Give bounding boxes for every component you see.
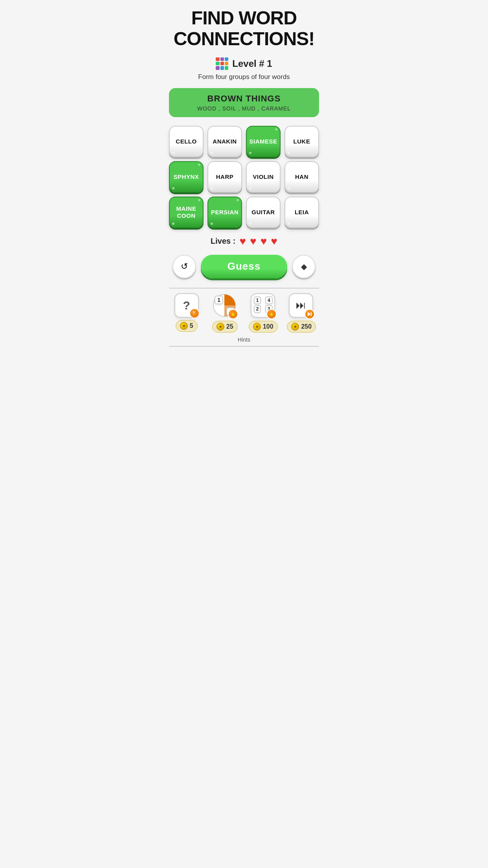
heart-2: ♥: [250, 235, 257, 248]
coin-icon-3: ★: [253, 323, 261, 331]
word-grid: CELLOANAKINSIAMESELUKESPHYNXHARPVIOLINHA…: [169, 126, 319, 228]
controls-row: ↺ Guess ◆: [169, 255, 319, 278]
hint-card-2[interactable]: 1 2 ★ 25: [207, 293, 243, 333]
play-icon-4: [307, 311, 312, 317]
num-tile-3b: 4: [265, 296, 273, 304]
coin-icon-2: ★: [216, 323, 224, 331]
word-tile-4[interactable]: SPHYNX: [169, 161, 204, 193]
category-banner: BROWN THINGS WOOD , SOIL , MUD , CARAMEL: [169, 88, 319, 117]
hint-card-4[interactable]: ⏭ ★ 250: [284, 293, 319, 333]
num-tile-3c: 2: [254, 305, 261, 313]
hints-grid: ? ? ★ 5: [169, 293, 319, 333]
hint-cost-row-4: ★ 250: [287, 321, 316, 333]
hint-icon-wrapper-3: 1 4 2 3: [251, 293, 276, 318]
coin-icon-4: ★: [291, 323, 299, 331]
play-icon: ?: [192, 311, 197, 316]
star-icon-2: [230, 311, 236, 317]
hint-cost-1: 5: [190, 322, 193, 329]
hint-badge-4: [305, 309, 315, 319]
word-tile-3[interactable]: LUKE: [284, 126, 319, 157]
coin-icon-1: ★: [180, 322, 188, 330]
heart-3: ♥: [261, 235, 267, 248]
lives-label: Lives :: [211, 237, 235, 246]
svg-text:?: ?: [193, 311, 195, 315]
hint-icon-wrapper-2: 1 2: [212, 293, 237, 318]
hint-cost-row-1: ★ 5: [176, 320, 198, 332]
hint-icon-wrapper-1: ? ?: [174, 293, 199, 318]
erase-button[interactable]: ◆: [292, 255, 316, 278]
svg-rect-6: [311, 312, 312, 316]
hint-cost-3: 100: [263, 323, 273, 330]
word-tile-1[interactable]: ANAKIN: [207, 126, 242, 157]
word-tile-10[interactable]: GUITAR: [246, 197, 281, 228]
svg-marker-4: [269, 312, 274, 316]
word-tile-0[interactable]: CELLO: [169, 126, 204, 157]
hint-card-3[interactable]: 1 4 2 3 ★ 100: [246, 293, 281, 333]
svg-marker-5: [308, 312, 311, 316]
category-title: BROWN THINGS: [177, 94, 311, 104]
lives-row: Lives : ♥ ♥ ♥ ♥: [211, 235, 277, 248]
hint-icon-wrapper-4: ⏭: [289, 293, 314, 318]
word-tile-7[interactable]: HAN: [284, 161, 319, 193]
word-tile-2[interactable]: SIAMESE: [246, 126, 281, 157]
word-tile-6[interactable]: VIOLIN: [246, 161, 281, 193]
heart-1: ♥: [239, 235, 246, 248]
word-tile-8[interactable]: MAINE COON: [169, 197, 204, 228]
hint-cost-row-3: ★ 100: [249, 321, 278, 333]
erase-icon: ◆: [301, 262, 307, 271]
subtitle: Form four groups of four words: [198, 73, 290, 81]
shuffle-icon: ↺: [181, 261, 188, 272]
page-title: FIND WORDCONNECTIONS!: [174, 8, 315, 50]
app-container: FIND WORDCONNECTIONS! Level # 1 Form fou…: [163, 0, 325, 351]
heart-4: ♥: [271, 235, 277, 248]
skip-icon: ⏭: [296, 299, 306, 311]
level-row: Level # 1: [216, 57, 272, 70]
word-tile-5[interactable]: HARP: [207, 161, 242, 193]
word-tile-11[interactable]: LEIA: [284, 197, 319, 228]
hint-card-1[interactable]: ? ? ★ 5: [169, 293, 204, 333]
level-icon: [216, 57, 228, 70]
shuffle-button[interactable]: ↺: [172, 255, 196, 278]
svg-marker-3: [231, 312, 235, 316]
hint-cost-row-2: ★ 25: [212, 321, 238, 333]
guess-button[interactable]: Guess: [201, 255, 287, 278]
hint-badge-1: ?: [189, 308, 200, 318]
hint-badge-3: [266, 309, 277, 319]
level-text: Level # 1: [232, 58, 272, 69]
hint-cost-4: 250: [301, 323, 312, 330]
word-tile-9[interactable]: PERSIAN: [207, 197, 242, 228]
star-icon-3: [269, 311, 274, 317]
hints-section: ? ? ★ 5: [169, 288, 319, 347]
hint-cost-2: 25: [226, 323, 233, 330]
hint-badge-2: [228, 309, 238, 319]
num-tile-1: 1: [215, 296, 223, 304]
category-words: WOOD , SOIL , MUD , CARAMEL: [177, 105, 311, 112]
num-tile-3a: 1: [254, 296, 261, 304]
hints-label: Hints: [169, 337, 319, 343]
